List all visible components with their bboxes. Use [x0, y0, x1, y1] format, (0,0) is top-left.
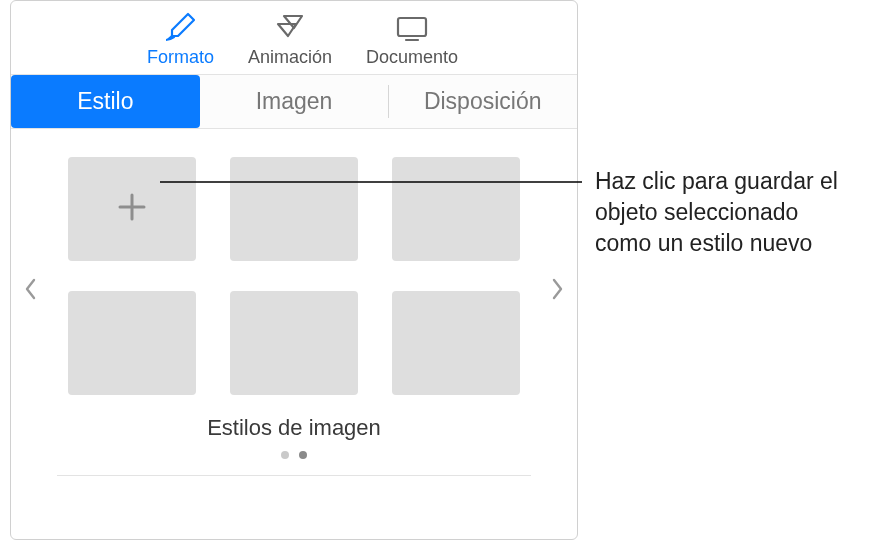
screen-icon: [388, 9, 436, 47]
style-thumbnail[interactable]: [230, 157, 358, 261]
inspector-panel: Formato Animación Documento Estilo Image: [10, 0, 578, 540]
toolbar-tab-documento[interactable]: Documento: [358, 7, 466, 70]
svg-rect-0: [398, 18, 426, 36]
style-thumbnail[interactable]: [230, 291, 358, 395]
diamond-icon: [266, 9, 314, 47]
tab-estilo[interactable]: Estilo: [11, 75, 200, 128]
toolbar-tab-label: Formato: [147, 47, 214, 68]
page-dot[interactable]: [299, 451, 307, 459]
page-indicator: [45, 451, 543, 459]
plus-icon: [112, 187, 152, 231]
segmented-control: Estilo Imagen Disposición: [11, 74, 577, 129]
tab-disposicion[interactable]: Disposición: [388, 75, 577, 128]
styles-area: Estilos de imagen: [11, 129, 577, 488]
divider: [57, 475, 531, 476]
style-thumbnail[interactable]: [392, 291, 520, 395]
next-page-button[interactable]: [545, 269, 571, 309]
style-thumbnail[interactable]: [392, 157, 520, 261]
toolbar-tab-label: Documento: [366, 47, 458, 68]
styles-section-title: Estilos de imagen: [45, 415, 543, 441]
toolbar-tab-formato[interactable]: Formato: [139, 7, 222, 70]
callout-text: Haz clic para guardar el objeto seleccio…: [595, 166, 857, 259]
toolbar-tab-animacion[interactable]: Animación: [240, 7, 340, 70]
page-dot[interactable]: [281, 451, 289, 459]
add-style-button[interactable]: [68, 157, 196, 261]
tab-imagen[interactable]: Imagen: [200, 75, 389, 128]
paintbrush-icon: [157, 9, 205, 47]
style-thumbnail-grid: [45, 157, 543, 395]
prev-page-button[interactable]: [17, 269, 43, 309]
top-toolbar: Formato Animación Documento: [11, 1, 577, 74]
toolbar-tab-label: Animación: [248, 47, 332, 68]
style-thumbnail[interactable]: [68, 291, 196, 395]
